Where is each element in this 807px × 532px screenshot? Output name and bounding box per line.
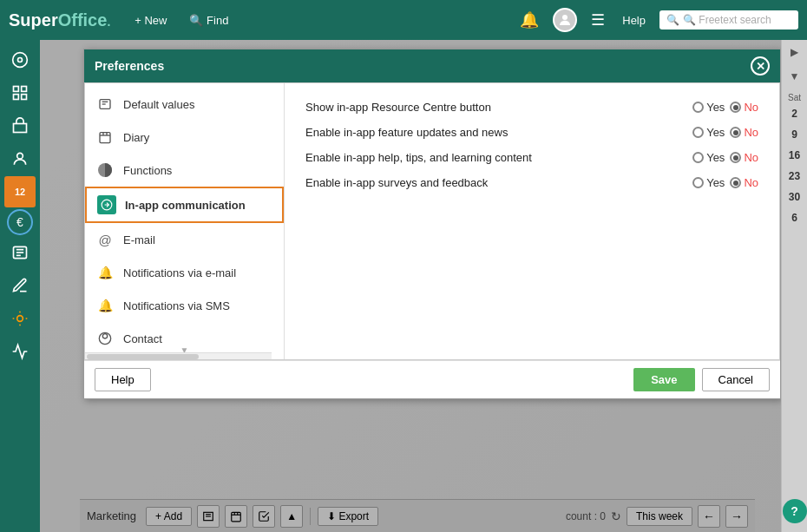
radio-btn-yes-updates[interactable] [692, 127, 704, 138]
dialog-header: Preferences ✕ [84, 49, 780, 82]
date-2[interactable]: 2 [785, 104, 804, 123]
nav-label-notifications-sms: Notifications via SMS [123, 299, 230, 312]
yes-label-updates: Yes [706, 126, 725, 139]
pref-row-resource: Show in-app Resource Centre button Yes N… [305, 101, 758, 114]
nav-label-diary: Diary [123, 131, 149, 144]
nav-label-default-values: Default values [123, 98, 194, 111]
sidebar-item-selection[interactable] [4, 270, 36, 301]
search-box[interactable]: 🔍 🔍 Freetext search [659, 10, 798, 30]
preferences-dialog: Preferences ✕ Default values [83, 49, 781, 399]
svg-point-13 [17, 316, 23, 322]
sidebar-item-project[interactable] [4, 237, 36, 268]
radio-btn-no-surveys[interactable] [730, 177, 741, 188]
date-16[interactable]: 16 [785, 146, 804, 165]
yes-label-resource: Yes [706, 101, 725, 114]
functions-icon [95, 161, 115, 180]
svg-rect-3 [14, 87, 19, 92]
in-app-icon [97, 195, 116, 214]
radio-group-resource: Yes No [692, 101, 758, 114]
dialog-close-button[interactable]: ✕ [751, 56, 770, 76]
content-area: Preferences ✕ Default values [40, 40, 781, 532]
nav-label-functions: Functions [123, 164, 172, 177]
radio-no-surveys[interactable]: No [730, 176, 758, 189]
dialog-nav: Default values Diary [85, 83, 285, 359]
no-label-help: No [744, 151, 758, 164]
date-6[interactable]: 6 [785, 208, 804, 227]
radio-group-updates: Yes No [692, 126, 758, 139]
default-values-icon [95, 95, 115, 114]
horizontal-scrollbar[interactable] [85, 352, 272, 359]
svg-point-0 [562, 15, 568, 20]
no-label-updates: No [744, 126, 758, 139]
nav-item-notifications-email[interactable]: 🔔 Notifications via e-mail [85, 256, 284, 289]
sidebar-item-calendar[interactable]: 12 [4, 176, 36, 207]
nav-item-in-app-communication[interactable]: In-app communication [85, 187, 284, 223]
h-scroll-thumb[interactable] [87, 354, 199, 359]
contact-icon [95, 329, 115, 348]
sidebar-collapse-button[interactable]: ▼ [783, 64, 807, 89]
sidebar-item-dashboard[interactable] [4, 44, 36, 76]
svg-rect-7 [14, 124, 27, 133]
find-button[interactable]: 🔍 Find [182, 10, 235, 30]
sidebar-item-reports[interactable] [4, 336, 36, 367]
sidebar-item-company[interactable] [4, 110, 36, 141]
radio-btn-no-resource[interactable] [730, 102, 741, 113]
help-bubble-button[interactable]: ? [783, 499, 807, 523]
no-label-surveys: No [744, 176, 758, 189]
right-sidebar: ▶ ▼ Sat 2 9 16 23 30 6 ? [781, 40, 807, 532]
user-avatar[interactable] [549, 4, 581, 36]
date-30[interactable]: 30 [785, 187, 804, 207]
nav-label-notifications-email: Notifications via e-mail [123, 266, 236, 279]
pref-row-help: Enable in-app help, tips, and learning c… [305, 151, 758, 164]
svg-rect-5 [14, 95, 19, 100]
dialog-help-button[interactable]: Help [95, 368, 151, 391]
radio-btn-no-help[interactable] [730, 152, 741, 163]
date-9[interactable]: 9 [785, 125, 804, 144]
help-button[interactable]: Help [615, 10, 653, 30]
sidebar-item-contacts[interactable] [4, 77, 36, 108]
diary-icon [95, 128, 115, 147]
sidebar-expand-button[interactable]: ▶ [783, 40, 807, 64]
radio-no-help[interactable]: No [730, 151, 758, 164]
sidebar-item-person[interactable] [4, 143, 36, 174]
header-icons: 🔔 ☰ Help 🔍 🔍 Freetext search [516, 4, 798, 36]
dialog-cancel-button[interactable]: Cancel [702, 368, 770, 391]
svg-point-8 [17, 153, 23, 159]
radio-yes-help[interactable]: Yes [692, 151, 725, 164]
pref-label-updates: Enable in-app feature updates and news [305, 126, 684, 139]
yes-label-surveys: Yes [706, 176, 725, 189]
nav-item-default-values[interactable]: Default values [85, 88, 284, 121]
nav-item-functions[interactable]: Functions [85, 154, 284, 187]
pref-label-surveys: Enable in-app surveys and feedback [305, 176, 684, 189]
radio-yes-resource[interactable]: Yes [692, 101, 725, 114]
sidebar-item-sale[interactable]: € [7, 209, 33, 235]
radio-yes-surveys[interactable]: Yes [692, 176, 725, 189]
sidebar-item-marketing[interactable] [4, 303, 36, 334]
radio-no-updates[interactable]: No [730, 126, 758, 139]
app-header: SuperOffice. + New 🔍 Find 🔔 ☰ Help 🔍 🔍 F… [0, 0, 807, 40]
radio-btn-yes-surveys[interactable] [692, 177, 704, 188]
pref-row-updates: Enable in-app feature updates and news Y… [305, 126, 758, 139]
date-23[interactable]: 23 [785, 167, 804, 186]
nav-label-in-app: In-app communication [125, 199, 246, 212]
nav-item-email[interactable]: @ E-mail [85, 223, 284, 256]
svg-rect-17 [100, 133, 110, 143]
radio-no-resource[interactable]: No [730, 101, 758, 114]
dialog-title: Preferences [95, 59, 164, 73]
pref-row-surveys: Enable in-app surveys and feedback Yes N… [305, 176, 758, 189]
nav-label-contact: Contact [123, 332, 162, 345]
app-logo: SuperOffice. [9, 10, 110, 30]
nav-item-notifications-sms[interactable]: 🔔 Notifications via SMS [85, 289, 284, 322]
nav-item-diary[interactable]: Diary [85, 121, 284, 154]
left-sidebar: 12 € [0, 40, 40, 532]
radio-btn-yes-help[interactable] [692, 152, 704, 163]
menu-icon[interactable]: ☰ [587, 7, 608, 33]
radio-btn-no-updates[interactable] [730, 127, 741, 138]
radio-yes-updates[interactable]: Yes [692, 126, 725, 139]
email-icon: @ [95, 230, 115, 249]
radio-btn-yes-resource[interactable] [692, 102, 704, 113]
bell-icon[interactable]: 🔔 [516, 7, 542, 33]
pref-label-resource: Show in-app Resource Centre button [305, 101, 684, 114]
dialog-save-button[interactable]: Save [633, 368, 694, 391]
new-button[interactable]: + New [128, 10, 174, 30]
